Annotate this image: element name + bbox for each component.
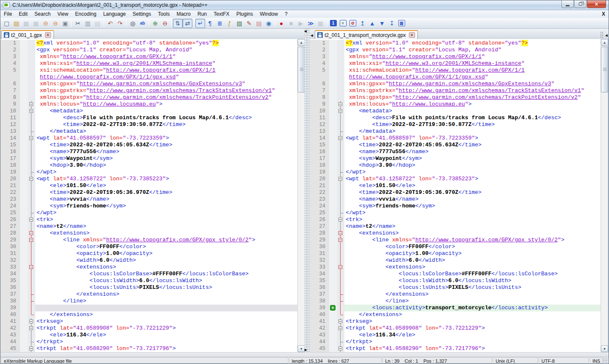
code-text[interactable]: <sym>friends-home</sym> (344, 203, 601, 210)
menu-item-settings[interactable]: Settings (129, 11, 154, 17)
left-vertical-scrollbar[interactable]: ▲ ▼ (297, 39, 304, 352)
fold-box-icon[interactable] (338, 177, 342, 181)
redo-button-icon[interactable]: ↷ (115, 19, 125, 28)
fold-box-icon[interactable] (338, 136, 342, 140)
fold-collapse-marker[interactable] (337, 345, 344, 352)
menu-close-doc-button[interactable]: X (602, 11, 605, 17)
code-text[interactable]: <wpt lat="43.1258722" lon="-73.7385223"> (344, 176, 601, 182)
code-text[interactable]: xsi:schemaLocation="http://www.topografi… (344, 67, 601, 74)
menu-item-file[interactable]: File (0, 11, 15, 17)
fold-box-icon[interactable] (29, 109, 33, 113)
pane-splitter[interactable] (304, 29, 310, 358)
code-text[interactable]: xmlns:locus="http://www.locusmap.eu"> (344, 101, 601, 108)
folder-as-workspace-button-icon[interactable]: ▤ (254, 19, 264, 28)
menu-item-[interactable]: ? (281, 11, 291, 17)
sync-vertical-scroll-button-icon[interactable]: ⇅ (173, 19, 183, 28)
fold-collapse-marker[interactable] (28, 318, 35, 325)
code-text[interactable]: <opacity>1.00</opacity> (35, 250, 297, 257)
paste-button-icon[interactable]: ▤ (93, 19, 102, 28)
code-text[interactable]: <trkpt lat="41.0588290" lon="-73.7217796… (35, 345, 297, 352)
code-text[interactable]: <time>2022-02-20T19:05:36.970Z</time> (35, 189, 297, 196)
code-text[interactable]: <hdop>3.90</hdop> (344, 162, 601, 169)
word-wrap-button-icon[interactable]: ↵ (195, 19, 205, 28)
code-text[interactable]: http://www.topografix.com/GPX/1/1/gpx.xs… (344, 74, 601, 81)
resize-grip[interactable] (603, 358, 608, 364)
code-text[interactable]: </metadata> (35, 128, 297, 135)
code-text[interactable]: <metadata> (35, 108, 297, 115)
fold-box-icon[interactable] (29, 218, 33, 221)
menu-item-search[interactable]: Search (31, 11, 54, 17)
code-text[interactable]: <extensions> (344, 264, 601, 271)
code-text[interactable]: <locus:lsWidth>6.0</locus:lsWidth> (35, 277, 297, 284)
fold-collapse-marker[interactable] (28, 264, 35, 271)
menu-item-plugins[interactable]: Plugins (233, 11, 256, 17)
indent-guide-button-icon[interactable]: ≣ (215, 19, 225, 28)
close-all-button-icon[interactable]: ⊝ (51, 19, 60, 28)
clear-compare-button-icon[interactable]: ⊘ (348, 19, 358, 28)
fold-box-icon[interactable] (29, 347, 33, 350)
code-text[interactable]: xmlns:locus="http://www.locusmap.eu"> (35, 101, 297, 108)
undo-button-icon[interactable]: ↶ (105, 19, 115, 28)
code-text[interactable]: <time>2022-02-20T20:45:05.634Z</time> (35, 142, 297, 148)
code-text[interactable]: xmlns:gpxtpx="http://www.garmin.com/xmls… (35, 94, 297, 101)
fold-collapse-marker[interactable] (28, 135, 35, 142)
splitter-expand-icon[interactable]: ▶ (304, 348, 307, 352)
fold-box-icon[interactable] (338, 102, 342, 106)
zoom-out-button-icon[interactable]: ⊖ (160, 19, 170, 28)
code-text[interactable]: <sym>friends-home</sym> (35, 203, 297, 210)
editor-pane-right[interactable]: 1<?xml version="1.0" encoding="utf-8" st… (310, 39, 601, 352)
compare-to-last-button-icon[interactable]: ≡ (338, 19, 348, 28)
fold-box-icon[interactable] (338, 319, 342, 323)
code-text[interactable]: <color>FF00FF</color> (344, 244, 601, 250)
fold-collapse-marker[interactable] (28, 108, 35, 115)
code-text[interactable]: <ele>101.50</ele> (35, 182, 297, 189)
code-text[interactable]: </extensions> (35, 311, 297, 318)
menu-item-encoding[interactable]: Encoding (72, 11, 100, 17)
code-text[interactable]: <locus:lsUnits>PIXELS</locus:lsUnits> (344, 284, 601, 291)
menu-item-textfx[interactable]: TextFX (210, 11, 233, 17)
macro-play-button-icon[interactable]: ▶ (296, 19, 306, 28)
code-text[interactable]: xmlns="http://www.topografix.com/GPX/1/1… (344, 53, 601, 60)
code-text[interactable]: <trkpt lat="41.0589908" lon="-73.7221229… (35, 325, 297, 332)
code-text[interactable]: <metadata> (344, 108, 601, 115)
code-text[interactable]: <locus:lsWidth>6.0</locus:lsWidth> (344, 277, 601, 284)
fold-collapse-marker[interactable] (28, 101, 35, 108)
zoom-in-button-icon[interactable]: ⊕ (150, 19, 160, 28)
code-text[interactable]: </metadata> (344, 128, 601, 135)
user-defined-language-button-icon[interactable]: ✎ (244, 19, 254, 28)
code-text[interactable]: <locus:lsUnits>PIXELS</locus:lsUnits> (35, 284, 297, 291)
document-map-button-icon[interactable]: ▧ (234, 19, 244, 28)
fold-box-icon[interactable] (29, 177, 33, 181)
code-text[interactable]: http://www.topografix.com/GPX/1/1/gpx.xs… (35, 74, 297, 81)
code-text[interactable]: <desc>File with points/tracks from Locus… (344, 115, 601, 121)
code-text[interactable]: <trkseg> (35, 318, 297, 325)
status-eol-format[interactable]: Unix (LF) (493, 358, 538, 364)
sync-horizontal-scroll-button-icon[interactable]: ⇄ (183, 19, 192, 28)
code-text[interactable]: <wpt lat="41.0588597" lon="-73.7223359"> (35, 135, 297, 142)
compare-nav-bar-button-icon[interactable]: ▥ (397, 19, 406, 28)
scrollbar-thumb[interactable] (298, 47, 305, 92)
scrollbar-thumb[interactable] (601, 47, 608, 92)
code-text[interactable]: <extensions> (35, 264, 297, 271)
fold-box-icon[interactable] (338, 109, 342, 113)
code-text[interactable]: </line> (344, 298, 601, 305)
code-text[interactable]: <gpx version="1.1" creator="Locus Map, A… (35, 47, 297, 53)
prev-diff-button-icon[interactable]: ▲ (367, 19, 377, 28)
fold-collapse-marker[interactable] (28, 237, 35, 244)
close-button[interactable]: × (587, 0, 606, 8)
tab-close-icon[interactable]: × (45, 32, 51, 38)
code-text[interactable]: <line xmlns="http://www.topografix.com/G… (35, 237, 297, 244)
code-text[interactable]: xmlns="http://www.topografix.com/GPX/1/1… (35, 53, 297, 60)
fold-box-icon[interactable] (29, 326, 33, 330)
code-text[interactable]: <name>7777u556</name> (344, 148, 601, 155)
code-text[interactable]: <ele>116.34</ele> (35, 332, 297, 339)
code-text[interactable]: </line> (35, 298, 297, 305)
fold-box-icon[interactable] (338, 231, 342, 235)
minimize-button[interactable] (561, 0, 574, 8)
next-diff-button-icon[interactable]: ▼ (377, 19, 387, 28)
fold-collapse-marker[interactable] (28, 216, 35, 223)
code-text[interactable]: <time>2022-02-20T19:05:36.970Z</time> (344, 189, 601, 196)
code-text[interactable]: </extensions> (344, 291, 601, 298)
document-monitor-button-icon[interactable]: ◉ (264, 19, 273, 28)
code-text[interactable]: </wpt> (344, 210, 601, 216)
